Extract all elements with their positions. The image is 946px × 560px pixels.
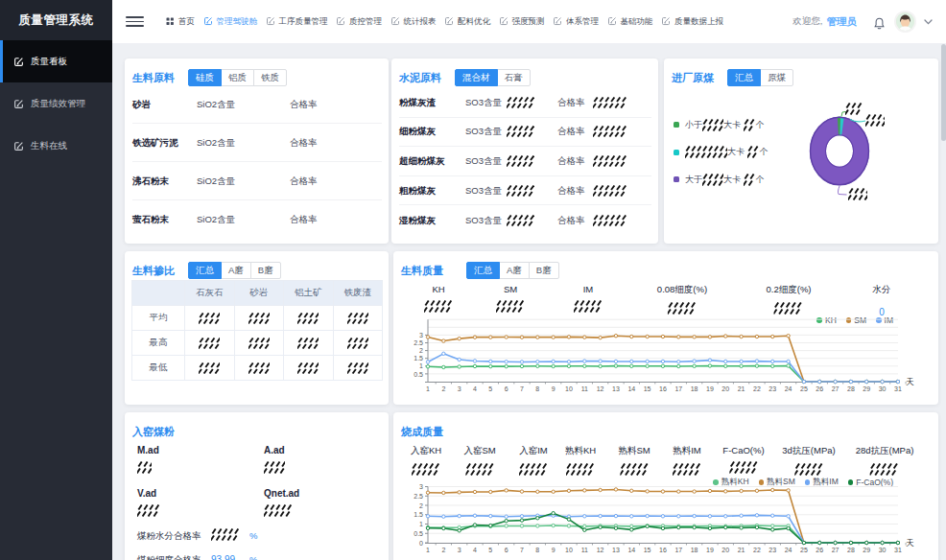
rate-label: 合格率 — [290, 175, 318, 187]
rate-label: 合格率 — [557, 126, 585, 138]
form-icon — [203, 16, 213, 26]
material-value-cell — [507, 126, 534, 137]
rate-value: 93.99 — [211, 554, 235, 560]
tab-汇总[interactable]: 汇总 — [727, 69, 761, 86]
svg-text:14: 14 — [627, 547, 635, 553]
redacted-value — [248, 338, 270, 349]
svg-text:28: 28 — [847, 547, 855, 553]
svg-text:2: 2 — [441, 547, 445, 553]
sidebar-item-label: 生料在线 — [31, 140, 67, 152]
chevron-down-icon[interactable] — [924, 19, 933, 25]
nav-item-6[interactable]: 强度预测 — [499, 16, 545, 28]
svg-text:1: 1 — [426, 385, 430, 392]
menu-toggle-icon[interactable] — [126, 16, 144, 28]
username-link[interactable]: 管理员 — [827, 15, 858, 29]
tab-硅质[interactable]: 硅质 — [188, 69, 222, 86]
coal-donut-chart — [664, 58, 938, 244]
svg-text:23: 23 — [769, 547, 776, 553]
sidebar-item-2[interactable]: 生料在线 — [0, 125, 112, 167]
redacted-value — [199, 338, 220, 349]
nav-item-label: 管理驾驶舱 — [217, 16, 258, 28]
svg-text:1: 1 — [419, 521, 423, 527]
svg-text:30: 30 — [879, 547, 887, 553]
nav-item-label: 质量数据上报 — [674, 16, 723, 28]
redacted-value — [199, 362, 220, 374]
svg-text:8: 8 — [535, 547, 539, 553]
metric-label: SO3含量 — [465, 214, 502, 226]
table-cell — [185, 356, 235, 381]
svg-text:9: 9 — [552, 385, 556, 392]
row-label: 最高 — [132, 331, 185, 356]
tab-混合材[interactable]: 混合材 — [455, 69, 498, 86]
nav-item-1[interactable]: 管理驾驶舱 — [203, 16, 258, 28]
col-header — [132, 281, 185, 306]
rate-label: 合格率 — [557, 154, 585, 167]
svg-text:4: 4 — [473, 547, 477, 553]
tab-group: 混合材石膏 — [455, 69, 531, 86]
svg-text:16: 16 — [659, 385, 667, 392]
rate-unit: % — [249, 530, 257, 541]
tab-石膏[interactable]: 石膏 — [497, 69, 531, 86]
material-value-cell — [507, 185, 534, 197]
redacted-value — [137, 504, 160, 517]
material-name: 超细粉煤灰 — [399, 154, 445, 167]
row-label: 平均 — [132, 306, 185, 331]
table-row: 平均 — [132, 306, 383, 331]
svg-text:11: 11 — [581, 385, 588, 392]
svg-text:19: 19 — [706, 385, 714, 392]
svg-text:31: 31 — [894, 385, 902, 392]
bell-icon[interactable] — [874, 17, 885, 30]
redacted-value — [264, 461, 285, 474]
table-cell — [284, 356, 334, 381]
nav-item-9[interactable]: 质量数据上报 — [661, 16, 723, 28]
form-icon — [13, 99, 24, 109]
tab-铝质[interactable]: 铝质 — [221, 69, 254, 86]
svg-text:3: 3 — [419, 483, 423, 490]
tab-铁质[interactable]: 铁质 — [253, 69, 287, 86]
redacted-value — [593, 215, 627, 226]
sidebar-item-label: 质量绩效管理 — [31, 98, 85, 110]
field-label: A.ad — [264, 445, 285, 455]
nav-item-4[interactable]: 统计报表 — [390, 16, 437, 28]
avatar[interactable] — [896, 12, 914, 31]
svg-text:1.5: 1.5 — [414, 511, 423, 518]
tab-B磨[interactable]: B磨 — [250, 262, 281, 279]
metric-label: SiO2含量 — [197, 98, 235, 110]
nav-item-5[interactable]: 配料优化 — [444, 16, 490, 28]
scrollbar-thumb[interactable] — [941, 44, 946, 141]
card-kiln-coal: 入窑煤粉M.adA.adV.adQnet.ad煤粉水分合格率%煤粉细度合格率93… — [125, 412, 389, 560]
table-cell — [333, 356, 383, 381]
nav-item-7[interactable]: 体系管理 — [553, 16, 599, 28]
nav-item-8[interactable]: 基础功能 — [607, 16, 653, 28]
nav-item-2[interactable]: 工序质量管理 — [266, 16, 328, 28]
field-label: Qnet.ad — [264, 488, 299, 499]
table-cell — [284, 306, 334, 331]
table-row: 最低 — [132, 356, 383, 381]
table-cell — [333, 331, 383, 356]
svg-text:5: 5 — [488, 385, 492, 392]
svg-text:2: 2 — [441, 385, 445, 392]
tab-汇总[interactable]: 汇总 — [466, 262, 500, 279]
form-icon — [499, 16, 508, 26]
redacted-value — [507, 97, 534, 108]
material-name: 沸石粉末 — [132, 175, 169, 187]
nav-item-label: 统计报表 — [404, 16, 437, 28]
sidebar-item-0[interactable]: 质量看板 — [0, 40, 112, 82]
svg-text:17: 17 — [674, 547, 682, 553]
rate-label: 合格率 — [557, 214, 585, 226]
form-icon — [13, 141, 24, 152]
sidebar-item-1[interactable]: 质量绩效管理 — [0, 82, 112, 125]
nav-item-3[interactable]: 质控管理 — [336, 16, 382, 28]
tab-汇总[interactable]: 汇总 — [188, 262, 222, 279]
svg-text:2.5: 2.5 — [414, 493, 423, 500]
nav-item-0[interactable]: 首页 — [165, 16, 195, 28]
svg-text:16: 16 — [659, 547, 667, 553]
svg-text:2: 2 — [419, 502, 423, 509]
redacted-value — [507, 215, 534, 226]
tab-A磨[interactable]: A磨 — [221, 262, 251, 279]
svg-text:18: 18 — [691, 547, 698, 553]
material-value-cell — [507, 155, 534, 167]
svg-text:12: 12 — [597, 547, 604, 553]
svg-text:22: 22 — [753, 547, 761, 553]
card-raw-quality: 生料质量汇总A磨B磨KH SM IM 0.08细度(%) 0.2细度(%) 水分… — [393, 251, 938, 405]
